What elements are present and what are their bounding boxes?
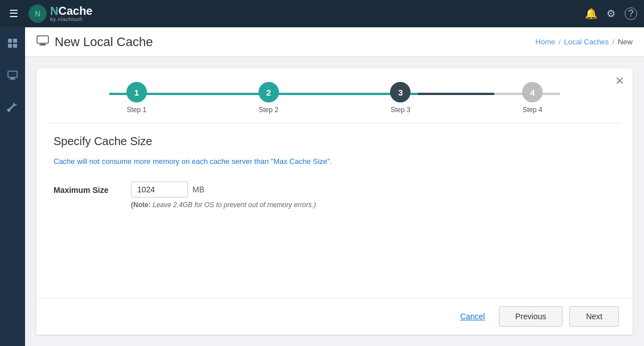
- note-label: (Note:: [131, 201, 151, 209]
- breadcrumb-home[interactable]: Home: [535, 38, 555, 46]
- logo-subtitle: by Alachisoft: [50, 17, 92, 22]
- step-2-circle: 2: [259, 82, 279, 102]
- breadcrumb-sep-2: /: [612, 38, 614, 46]
- max-size-label: Maximum Size: [54, 182, 122, 195]
- breadcrumb-sep-1: /: [559, 38, 561, 46]
- wizard-body: Specify Cache Size Cache will not consum…: [36, 123, 633, 298]
- menu-icon[interactable]: ☰: [7, 5, 20, 22]
- sidebar-item-tools[interactable]: [3, 98, 22, 116]
- unit-label: MB: [192, 185, 204, 194]
- sidebar-item-dashboard[interactable]: [3, 34, 22, 52]
- step-2-label: Step 2: [259, 106, 278, 114]
- gear-icon[interactable]: ⚙: [606, 7, 616, 20]
- previous-button[interactable]: Previous: [499, 306, 563, 327]
- section-title: Specify Cache Size: [54, 135, 616, 148]
- form-input-group: MB (Note: Leave 2.4GB for OS to prevent …: [131, 182, 316, 209]
- navbar-icons: 🔔 ⚙ ?: [585, 7, 637, 20]
- step-3-circle: 3: [390, 82, 411, 102]
- logo-text: NCache by Alachisoft: [50, 5, 92, 22]
- layout: New Local Cache Home / Local Caches / Ne…: [0, 27, 644, 346]
- step-1-label: Step 1: [127, 106, 147, 114]
- logo: N NCache by Alachisoft: [27, 3, 92, 24]
- step-1: 1 Step 1: [71, 82, 203, 114]
- note-text: (Note: Leave 2.4GB for OS to prevent out…: [131, 201, 316, 209]
- step-4: 4 Step 4: [466, 82, 598, 114]
- info-text: Cache will not consume more memory on ea…: [54, 157, 616, 166]
- cancel-button[interactable]: Cancel: [453, 307, 492, 326]
- page-header-icon: [36, 35, 49, 48]
- step-3-label: Step 3: [391, 106, 411, 114]
- svg-rect-4: [8, 44, 12, 48]
- step-2: 2 Step 2: [203, 82, 335, 114]
- wizard-footer: Cancel Previous Next: [36, 298, 633, 335]
- logo-icon: N: [27, 3, 48, 24]
- content-area: ✕ 1 Step 1: [25, 57, 644, 346]
- stepper: 1 Step 1 2 Step 2 3 Step 3: [36, 68, 633, 123]
- svg-rect-5: [13, 44, 17, 48]
- help-icon[interactable]: ?: [625, 7, 637, 20]
- breadcrumb: Home / Local Caches / New: [535, 38, 633, 46]
- svg-rect-2: [8, 39, 12, 43]
- step-4-circle: 4: [522, 82, 543, 102]
- main-content: New Local Cache Home / Local Caches / Ne…: [25, 27, 644, 346]
- navbar: ☰ N NCache by Alachisoft 🔔 ⚙ ?: [0, 0, 644, 27]
- step-3: 3 Step 3: [335, 82, 467, 114]
- page-title: New Local Cache: [55, 35, 535, 50]
- monitor-icon: [7, 69, 18, 81]
- svg-rect-3: [13, 39, 17, 43]
- wrench-icon: [7, 101, 18, 113]
- next-button[interactable]: Next: [569, 306, 619, 327]
- breadcrumb-current: New: [618, 38, 633, 46]
- sidebar-item-servers[interactable]: [3, 66, 22, 84]
- page-header: New Local Cache Home / Local Caches / Ne…: [25, 27, 644, 57]
- breadcrumb-section[interactable]: Local Caches: [564, 38, 609, 46]
- wizard-card: ✕ 1 Step 1: [36, 68, 633, 335]
- max-size-input[interactable]: [131, 182, 188, 197]
- sidebar: [0, 27, 25, 346]
- svg-rect-9: [37, 36, 48, 43]
- grid-icon: [7, 38, 18, 49]
- form-input-inline: MB: [131, 182, 316, 197]
- step-4-label: Step 4: [523, 106, 543, 114]
- svg-text:N: N: [35, 9, 40, 18]
- svg-rect-6: [8, 71, 17, 77]
- bell-icon[interactable]: 🔔: [585, 7, 597, 20]
- form-row: Maximum Size MB (Note: Leave 2.4GB for O…: [54, 182, 616, 209]
- step-1-circle: 1: [126, 82, 147, 102]
